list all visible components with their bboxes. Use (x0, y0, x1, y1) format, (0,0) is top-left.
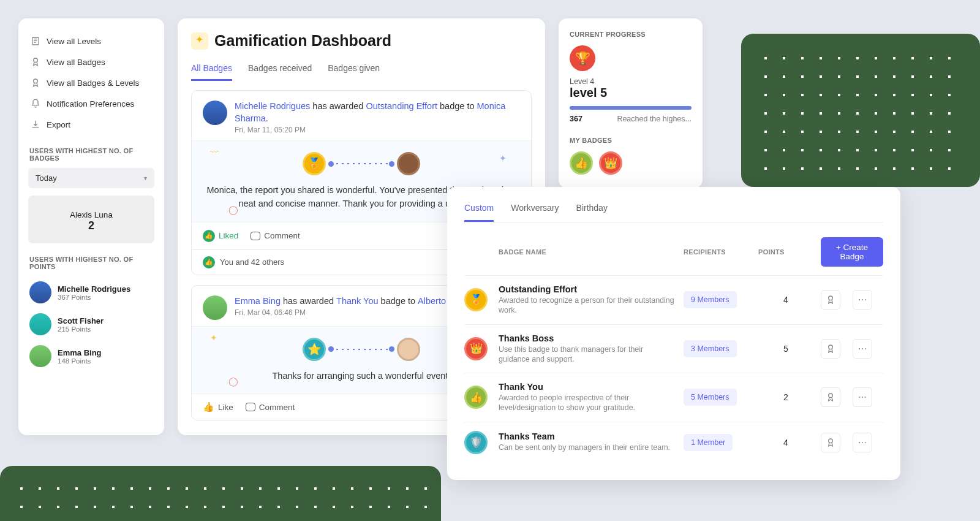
th-recipients: RECIPIENTS (684, 248, 751, 256)
crown-badge-icon: 👑 (599, 151, 622, 175)
like-button[interactable]: 👍 Liked (203, 230, 238, 242)
sidebar-item-export[interactable]: Export (28, 114, 154, 135)
level-large: level 5 (570, 86, 692, 100)
badge-points: 2 (758, 392, 813, 402)
comment-icon (246, 403, 255, 411)
svg-point-3 (829, 296, 833, 300)
period-dropdown[interactable]: Today ▾ (28, 168, 154, 188)
badge-name: Thanks Boss (499, 333, 676, 343)
shield-icon: 🛡️ (464, 431, 488, 454)
award-icon-button[interactable] (821, 290, 840, 310)
sidebar-item-levels[interactable]: View all Levels (28, 31, 154, 51)
sidebar-item-badges-levels[interactable]: View all Badges & Levels (28, 72, 154, 93)
sidebar-item-label: View all Levels (47, 37, 101, 46)
badge-table-header: BADGE NAME RECIPIENTS POINTS + Create Ba… (464, 237, 883, 267)
tab-birthday[interactable]: Birthday (576, 200, 608, 222)
progress-note: Reached the highes... (617, 115, 692, 123)
tab-badges-given[interactable]: Badges given (328, 59, 380, 81)
tab-badges-received[interactable]: Badges received (248, 59, 312, 81)
feed-headline: Emma Bing has awarded Thank You badge to… (235, 295, 470, 308)
svg-point-5 (829, 394, 833, 398)
trophy-icon: 🏆 (570, 45, 595, 71)
my-badges-row: 👍 👑 (570, 151, 692, 175)
levels-icon (31, 36, 40, 46)
badge-points: 4 (758, 295, 813, 305)
avatar (203, 295, 227, 320)
user-row[interactable]: Scott Fisher 215 Points (28, 308, 154, 340)
user-row[interactable]: Emma Bing 148 Points (28, 340, 154, 372)
badge-row: 🛡️ Thanks Team Can be sent only by manag… (464, 422, 883, 463)
recipients-pill[interactable]: 1 Member (684, 434, 733, 451)
more-icon-button[interactable]: ⋯ (853, 387, 872, 407)
svg-point-2 (34, 79, 38, 83)
medal-icon: 🏅 (303, 152, 326, 175)
badge-link[interactable]: Thank You (336, 296, 379, 306)
tab-custom[interactable]: Custom (464, 200, 494, 222)
my-badges-title: MY BADGES (570, 137, 692, 144)
badge-tabs: Custom Workversary Birthday (464, 200, 883, 222)
user-name: Emma Bing (58, 348, 102, 357)
sidebar-item-label: Export (47, 120, 70, 129)
page-title: Gamification Dashboard (191, 32, 532, 50)
thumbs-up-icon: 👍 (203, 230, 215, 242)
award-icon-button[interactable] (821, 387, 840, 407)
badge-description: Awarded to recognize a person for their … (499, 295, 676, 316)
sidebar-item-label: View all Badges (47, 58, 105, 67)
level-small: Level 4 (570, 77, 692, 86)
svg-point-1 (34, 58, 38, 63)
avatar (29, 345, 51, 367)
thumbs-up-badge-icon: 👍 (570, 151, 593, 175)
user-row[interactable]: Michelle Rodrigues 367 Points (28, 276, 154, 308)
avatar (397, 338, 420, 361)
like-button[interactable]: 👍 Like (203, 401, 233, 413)
th-points: POINTS (758, 248, 813, 256)
badge-points: 4 (758, 438, 813, 447)
bell-icon (31, 99, 40, 108)
badge-name: Thank You (499, 382, 676, 392)
progress-title: CURRENT PROGRESS (570, 31, 692, 38)
badge-description: Use this badge to thank managers for the… (499, 344, 676, 365)
more-icon-button[interactable]: ⋯ (853, 290, 872, 310)
tab-all-badges[interactable]: All Badges (191, 59, 232, 81)
user-name: Michelle Rodrigues (58, 284, 130, 294)
comment-button[interactable]: Comment (251, 231, 300, 240)
badge-name: Thanks Team (499, 432, 676, 441)
download-icon (31, 120, 40, 129)
avatar (29, 281, 51, 303)
award-icon-button[interactable] (821, 339, 840, 359)
award-icon-button[interactable] (821, 433, 840, 452)
more-icon-button[interactable]: ⋯ (853, 433, 872, 452)
comment-button[interactable]: Comment (246, 403, 295, 412)
avatar (397, 152, 420, 175)
recipients-pill[interactable]: 5 Members (684, 389, 737, 406)
like-label: Liked (219, 231, 238, 240)
sidebar: View all Levels View all Badges View all… (18, 18, 164, 435)
main-tabs: All Badges Badges received Badges given (191, 59, 532, 82)
recipients-pill[interactable]: 3 Members (684, 340, 737, 357)
badge-management-panel: Custom Workversary Birthday BADGE NAME R… (447, 187, 900, 480)
user-points: 148 Points (58, 357, 102, 365)
badge-link[interactable]: Outstanding Effort (366, 101, 437, 111)
crown-icon: 👑 (464, 337, 488, 360)
star-icon: ⭐ (303, 338, 326, 361)
tab-workversary[interactable]: Workversary (511, 200, 559, 222)
decorative-dots-bottom-left (0, 466, 441, 521)
likers-text: You and 42 others (220, 257, 284, 267)
like-label: Like (218, 403, 233, 412)
recipients-pill[interactable]: 9 Members (684, 291, 737, 308)
awarder-link[interactable]: Emma Bing (235, 296, 281, 306)
awarder-link[interactable]: Michelle Rodrigues (235, 101, 310, 111)
badge-description: Can be sent only by managers in their en… (499, 443, 676, 452)
thumbs-up-icon: 👍 (203, 401, 214, 413)
comment-icon (251, 232, 260, 240)
more-icon-button[interactable]: ⋯ (853, 339, 872, 359)
badge-row: 👑 Thanks Boss Use this badge to thank ma… (464, 324, 883, 373)
sparkle-icon (191, 32, 208, 50)
create-badge-button[interactable]: + Create Badge (821, 237, 883, 267)
sidebar-item-badges[interactable]: View all Badges (28, 51, 154, 72)
sidebar-item-notifications[interactable]: Notification Preferences (28, 93, 154, 114)
thumbs-up-icon: 👍 (203, 256, 215, 268)
ribbon-icon (31, 57, 40, 67)
svg-point-6 (829, 439, 833, 443)
medal-icon: 🏅 (464, 288, 488, 311)
